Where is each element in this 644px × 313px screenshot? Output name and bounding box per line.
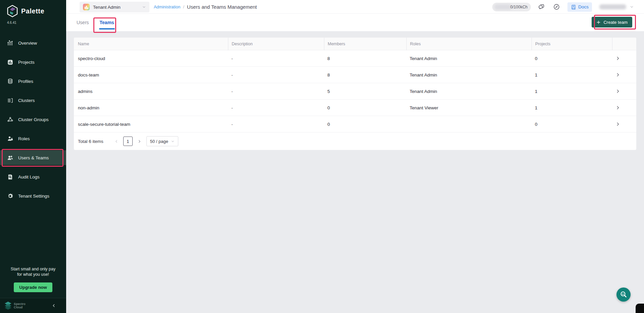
chat-icon[interactable]: [538, 3, 546, 11]
user-name-blurred: [599, 4, 626, 9]
book-icon: [571, 4, 576, 10]
topbar: Tenant Admin Administration / Users and …: [66, 0, 644, 14]
teams-table-card: NameDescriptionMembersRolesProjects spec…: [74, 38, 636, 150]
sidebar: Palette 4.6.41 OverviewProjectsProfilesC…: [0, 0, 66, 313]
sidebar-item-clusters[interactable]: Clusters: [0, 93, 66, 108]
table-row-scale-secure-tutorial-team[interactable]: scale-secure-tutorial-team-00: [74, 116, 636, 133]
sidebar-item-profiles[interactable]: Profiles: [0, 74, 66, 89]
breadcrumb-separator: /: [183, 4, 184, 9]
help-search-fab[interactable]: [616, 288, 631, 302]
sidebar-item-audit-logs[interactable]: Audit Logs: [0, 169, 66, 184]
cell-name: docs-team: [74, 72, 228, 77]
sidebar-item-label: Audit Logs: [18, 174, 40, 179]
cell-roles: Tenant Viewer: [406, 105, 532, 110]
create-team-label: Create team: [603, 20, 628, 25]
sidebar-item-overview[interactable]: Overview: [0, 36, 66, 50]
row-expand-chevron-icon[interactable]: [612, 105, 636, 110]
magnifier-smile-icon: [619, 291, 628, 299]
palette-logo-icon: [7, 5, 18, 17]
screen-corner-overlay: [636, 304, 644, 313]
row-expand-chevron-icon[interactable]: [612, 56, 636, 61]
chevron-down-icon: [171, 140, 175, 143]
sidebar-item-roles[interactable]: Roles: [0, 131, 66, 146]
profiles-icon: [7, 78, 13, 85]
tab-row: UsersTeams Create team: [66, 14, 644, 31]
table-row-non-admin[interactable]: non-admin-0Tenant Viewer1: [74, 100, 636, 116]
page-size-select[interactable]: 50 / page: [146, 136, 178, 146]
pagination-prev-icon[interactable]: [114, 139, 119, 144]
usage-counter-value: 0/100kCh: [510, 5, 527, 9]
tab-teams[interactable]: Teams: [99, 14, 115, 31]
row-expand-chevron-icon[interactable]: [612, 122, 636, 126]
cell-members: 0: [324, 105, 406, 110]
pagination-page-1[interactable]: 1: [123, 137, 133, 146]
breadcrumb-link-administration[interactable]: Administration: [154, 5, 180, 9]
promo-line2: for what you use!: [0, 272, 66, 277]
cell-projects: 0: [532, 56, 612, 61]
column-header-description: Description: [228, 38, 324, 50]
user-menu[interactable]: [599, 4, 634, 9]
plus-icon: [596, 20, 601, 24]
sidebar-item-users-teams[interactable]: Users & Teams: [0, 150, 66, 165]
app-name: Palette: [21, 7, 44, 15]
content-area: NameDescriptionMembersRolesProjects spec…: [66, 31, 644, 313]
cell-name: scale-secure-tutorial-team: [74, 122, 228, 127]
table-header-row: NameDescriptionMembersRolesProjects: [74, 38, 636, 50]
tab-users[interactable]: Users: [76, 14, 90, 31]
cell-description: -: [228, 56, 324, 61]
cell-projects: 0: [532, 122, 612, 127]
upgrade-promo: Start small and only pay for what you us…: [0, 266, 66, 292]
roles-icon: [7, 135, 13, 142]
column-header-actions: [612, 38, 636, 50]
tenant-admin-icon: [83, 4, 90, 10]
usage-counter: 0/100kCh: [492, 3, 531, 11]
cell-projects: 1: [532, 105, 612, 110]
sidebar-item-label: Overview: [18, 41, 37, 46]
upgrade-now-button[interactable]: Upgrade now: [14, 282, 52, 292]
audit-logs-icon: [7, 173, 13, 180]
create-team-button[interactable]: Create team: [592, 17, 632, 28]
sidebar-item-projects[interactable]: Projects: [0, 55, 66, 69]
cell-description: -: [228, 122, 324, 127]
table-row-docs-team[interactable]: docs-team-8Tenant Admin1: [74, 67, 636, 83]
sidebar-item-cluster-groups[interactable]: Cluster Groups: [0, 112, 66, 127]
cell-description: -: [228, 105, 324, 110]
cell-description: -: [228, 72, 324, 77]
page-size-value: 50 / page: [150, 139, 168, 144]
spectro-cloud-wordmark: Spectro Cloud: [14, 302, 26, 309]
chevron-down-icon: [630, 5, 634, 9]
cell-members: 5: [324, 89, 406, 94]
docs-button[interactable]: Docs: [567, 2, 592, 12]
sidebar-item-label: Profiles: [18, 79, 33, 84]
tenant-settings-icon: [7, 193, 13, 199]
topbar-actions: 0/100kCh: [492, 0, 634, 14]
sidebar-item-tenant-settings[interactable]: Tenant Settings: [0, 189, 66, 203]
row-expand-chevron-icon[interactable]: [612, 89, 636, 94]
sidebar-nav: OverviewProjectsProfilesClustersCluster …: [0, 36, 66, 208]
help-compass-icon[interactable]: [553, 3, 560, 10]
column-header-name: Name: [74, 38, 228, 50]
sidebar-item-label: Cluster Groups: [18, 117, 49, 122]
cell-projects: 1: [532, 89, 612, 94]
spectro-cloud-logo-icon: [5, 302, 11, 310]
sidebar-item-label: Roles: [18, 136, 30, 141]
pagination-total: Total 6 items: [78, 139, 103, 144]
cell-members: 8: [324, 72, 406, 77]
cell-name: non-admin: [74, 105, 228, 110]
pagination-next-icon[interactable]: [137, 139, 142, 144]
table-row-admins[interactable]: admins-5Tenant Admin1: [74, 83, 636, 100]
cluster-groups-icon: [7, 116, 13, 123]
table-row-spectro-cloud[interactable]: spectro-cloud-8Tenant Admin0: [74, 50, 636, 67]
app-version: 4.6.41: [0, 17, 66, 24]
clusters-icon: [7, 97, 13, 104]
column-header-roles: Roles: [406, 38, 532, 50]
sidebar-footer: Spectro Cloud: [0, 298, 66, 313]
row-expand-chevron-icon[interactable]: [612, 72, 636, 77]
cell-roles: Tenant Admin: [406, 89, 532, 94]
cell-members: 8: [324, 56, 406, 61]
cell-members: 0: [324, 122, 406, 127]
chevron-down-icon: [142, 5, 146, 9]
sidebar-collapse-icon[interactable]: [51, 303, 56, 308]
breadcrumb: Administration / Users and Teams Managem…: [154, 0, 257, 14]
scope-selector[interactable]: Tenant Admin: [80, 2, 149, 12]
